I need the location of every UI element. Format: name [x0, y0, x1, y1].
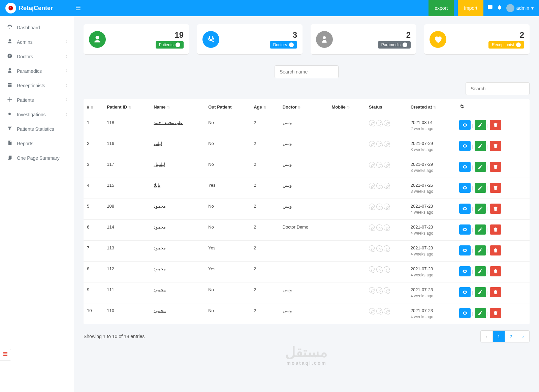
sidebar-item-receptionists[interactable]: Receptionists 〈: [0, 78, 74, 93]
import-button[interactable]: Import: [458, 0, 483, 16]
column-header[interactable]: Mobile⇅: [328, 99, 366, 115]
edit-button[interactable]: [475, 183, 486, 193]
column-header[interactable]: Age⇅: [250, 99, 279, 115]
cell-name[interactable]: ليلب: [150, 136, 205, 157]
menu-toggle-icon[interactable]: ☰: [75, 4, 81, 12]
cell-name[interactable]: محمود: [150, 282, 205, 303]
edit-button[interactable]: [475, 120, 486, 130]
cell-name[interactable]: بايلا: [150, 178, 205, 199]
sidebar-item-reports[interactable]: Reports: [0, 136, 74, 151]
edit-button[interactable]: [475, 266, 486, 276]
table-search-input[interactable]: [466, 82, 530, 95]
delete-button[interactable]: [490, 162, 501, 172]
cell-name[interactable]: محمود: [150, 220, 205, 241]
showing-entries: Showing 1 to 10 of 18 entries: [84, 334, 145, 339]
gear-icon[interactable]: [459, 105, 465, 110]
cell-idx: 2: [84, 136, 103, 157]
sidebar-item-one-page-summary[interactable]: One Page Summary: [0, 151, 74, 165]
logo-icon: [5, 3, 16, 13]
stat-badge: Receptionist✓: [488, 41, 524, 49]
view-button[interactable]: [459, 162, 471, 172]
stat-card-paramedic[interactable]: 2 Paramedic✓: [311, 24, 416, 55]
cell-name[interactable]: محمود: [150, 262, 205, 282]
sidebar-item-patients[interactable]: Patients 〈: [0, 93, 74, 107]
sidebar-item-doctors[interactable]: Doctors 〈: [0, 49, 74, 64]
separator: |: [487, 123, 488, 128]
watermark: مستقل mostaql.com: [285, 343, 328, 365]
sidebar-item-investigations[interactable]: Investigations 〈: [0, 107, 74, 122]
column-header[interactable]: Patient ID⇅: [103, 99, 150, 115]
delete-button[interactable]: [490, 224, 501, 235]
cell-out: No: [205, 303, 250, 324]
stat-card-doctors[interactable]: 3 Doctors✓: [197, 24, 303, 55]
cell-date: 2021-07-234 weeks ago: [407, 262, 456, 282]
view-button[interactable]: [459, 224, 471, 235]
stat-badge: Doctors✓: [270, 41, 297, 49]
edit-button[interactable]: [475, 162, 486, 172]
chat-icon[interactable]: [487, 5, 493, 12]
edit-button[interactable]: [475, 224, 486, 235]
page-next-button[interactable]: ›: [517, 331, 529, 342]
brand[interactable]: RetajCenter: [5, 3, 73, 13]
page-button[interactable]: 1: [493, 331, 505, 342]
view-button[interactable]: [459, 204, 471, 214]
view-button[interactable]: [459, 245, 471, 255]
view-button[interactable]: [459, 308, 471, 318]
user-menu[interactable]: admin ▾: [506, 4, 534, 12]
column-header: Out Patient: [205, 99, 250, 115]
export-button[interactable]: export: [429, 0, 454, 16]
delete-button[interactable]: [490, 183, 501, 193]
sort-icon: ⇅: [433, 105, 436, 109]
delete-button[interactable]: [490, 141, 501, 151]
stat-card-receptionist[interactable]: 2 Receptionist✓: [424, 24, 530, 55]
cell-status: [366, 262, 407, 282]
column-header[interactable]: Name⇅: [150, 99, 205, 115]
cell-name[interactable]: محمود: [150, 199, 205, 220]
page-button[interactable]: 2: [505, 331, 517, 342]
cell-doctor: وسن: [279, 178, 328, 199]
view-button[interactable]: [459, 266, 471, 276]
debug-tab-icon[interactable]: [0, 349, 11, 361]
view-button[interactable]: [459, 120, 471, 130]
column-header[interactable]: Created at⇅: [407, 99, 456, 115]
cell-doctor: وسن: [279, 199, 328, 220]
view-button[interactable]: [459, 183, 471, 193]
delete-button[interactable]: [490, 287, 501, 297]
column-header[interactable]: #⇅: [84, 99, 103, 115]
delete-button[interactable]: [490, 266, 501, 276]
stat-card-patients[interactable]: 19 Patients✓: [84, 24, 189, 55]
cell-name[interactable]: ليليليل: [150, 157, 205, 178]
sidebar-item-admins[interactable]: Admins 〈: [0, 35, 74, 49]
delete-button[interactable]: [490, 120, 501, 130]
sidebar: Dashboard Admins 〈 Doctors 〈 Paramedics …: [0, 16, 74, 392]
view-button[interactable]: [459, 287, 471, 297]
delete-button[interactable]: [490, 245, 501, 255]
cell-mobile: [328, 136, 366, 157]
view-button[interactable]: [459, 141, 471, 151]
cell-name[interactable]: علي محمد احمد: [150, 115, 205, 136]
edit-button[interactable]: [475, 245, 486, 255]
edit-button[interactable]: [475, 141, 486, 151]
column-header[interactable]: Doctor⇅: [279, 99, 328, 115]
cell-mobile: [328, 241, 366, 262]
cell-name[interactable]: محمود: [150, 303, 205, 324]
table-row: 3 117 ليليليل No 2 وسن 2021-07-293 weeks…: [84, 157, 530, 178]
sidebar-item-label: Doctors: [17, 54, 60, 59]
search-name-input[interactable]: [275, 65, 339, 78]
edit-button[interactable]: [475, 204, 486, 214]
delete-button[interactable]: [490, 308, 501, 318]
cell-date: 2021-07-234 weeks ago: [407, 241, 456, 262]
sidebar-item-dashboard[interactable]: Dashboard: [0, 20, 74, 35]
edit-button[interactable]: [475, 287, 486, 297]
sidebar-item-paramedics[interactable]: Paramedics 〈: [0, 64, 74, 78]
sidebar-item-patients-statistics[interactable]: Patients Statistics: [0, 122, 74, 136]
cell-name[interactable]: محمود: [150, 241, 205, 262]
chevron-left-icon: 〈: [64, 97, 67, 102]
delete-button[interactable]: [490, 204, 501, 214]
cell-age: 2: [250, 115, 279, 136]
page-prev-button[interactable]: ‹: [481, 331, 493, 342]
cell-mobile: [328, 115, 366, 136]
cell-pid: 111: [103, 282, 150, 303]
edit-button[interactable]: [475, 308, 486, 318]
bell-icon[interactable]: [497, 5, 502, 12]
